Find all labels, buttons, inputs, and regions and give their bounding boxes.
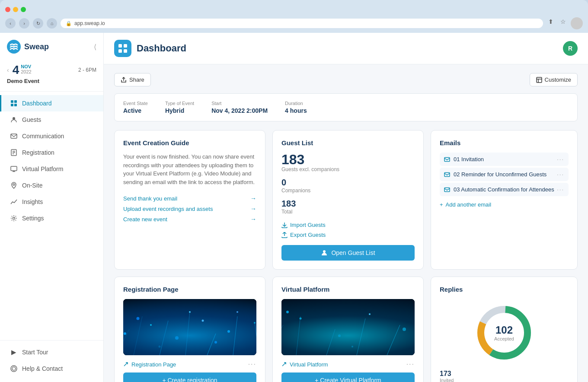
email-menu-button[interactable]: ··· [557, 156, 564, 162]
virtual-card-title: Virtual Platform [281, 286, 415, 293]
svg-point-31 [124, 332, 126, 335]
svg-rect-28 [444, 188, 450, 191]
guests-icon [10, 116, 18, 124]
home-button[interactable]: ⌂ [47, 18, 57, 29]
donut-chart: 102 Accepted [474, 302, 534, 363]
export-guests-link[interactable]: Export Guests [281, 232, 415, 238]
svg-point-17 [12, 367, 16, 370]
create-new-event-link[interactable]: Create new event → [123, 216, 256, 223]
registration-icon [10, 149, 18, 156]
refresh-button[interactable]: ↻ [33, 18, 43, 29]
sidebar-item-insights[interactable]: Insights [0, 194, 103, 210]
virtual-card-footer: Virtual Platform ··· [281, 360, 415, 368]
guest-list-title: Guest List [281, 139, 415, 146]
email-menu-button[interactable]: ··· [557, 171, 564, 178]
svg-point-39 [214, 341, 217, 344]
svg-point-43 [236, 311, 238, 313]
dashboard-grid-row2: Registration Page [114, 277, 578, 382]
emails-card: Emails 01 Invitation ··· [431, 130, 578, 270]
dashboard-icon [10, 99, 18, 107]
svg-point-42 [159, 346, 161, 348]
bookmark-icon[interactable]: ☆ [559, 17, 567, 26]
settings-icon [10, 214, 18, 222]
svg-rect-27 [444, 172, 450, 176]
event-info: ‹ 4 NOV 2022 2 - 6PM Demo Event [0, 60, 103, 92]
svg-point-57 [403, 328, 406, 331]
event-start-label: Start [211, 101, 268, 106]
nav-list: Dashboard Guests Communication Registrat… [0, 92, 103, 340]
total-count: 183 [281, 199, 415, 209]
emails-card-title: Emails [440, 139, 569, 146]
registration-menu-button[interactable]: ··· [248, 360, 256, 368]
create-virtual-platform-button[interactable]: + Create Virtual Platform [281, 372, 415, 382]
sidebar-item-communication[interactable]: Communication [0, 128, 103, 144]
open-guest-list-button[interactable]: Open Guest List [281, 245, 415, 261]
sidebar-item-label: Communication [22, 133, 64, 140]
import-guests-link[interactable]: Import Guests [281, 222, 415, 228]
svg-rect-22 [537, 77, 542, 83]
total-label: Total [281, 209, 415, 215]
svg-point-59 [286, 311, 289, 313]
replies-card-title: Replies [440, 286, 569, 293]
replies-card: Replies [431, 277, 578, 382]
sidebar-item-label: Virtual Platform [22, 166, 63, 172]
svg-rect-1 [11, 100, 13, 103]
registration-page-link[interactable]: Registration Page [123, 361, 176, 368]
sidebar-item-settings[interactable]: Settings [0, 210, 103, 226]
upload-recordings-link[interactable]: Upload event recordings and assets → [123, 205, 256, 212]
url-text: app.sweap.io [74, 20, 105, 26]
browser-dots [5, 4, 583, 16]
svg-rect-3 [11, 104, 13, 106]
sidebar-item-guests[interactable]: Guests [0, 111, 103, 128]
svg-point-33 [175, 336, 179, 340]
event-back-button[interactable]: ‹ [7, 67, 9, 73]
companions-count: 0 [281, 178, 415, 188]
companions-label: Companions [281, 188, 415, 194]
back-button[interactable]: ‹ [5, 18, 16, 29]
start-tour-button[interactable]: ▶ Start Tour [0, 344, 103, 360]
sidebar-item-dashboard[interactable]: Dashboard [0, 95, 103, 111]
play-icon: ▶ [10, 348, 18, 356]
guide-links: Send thank you email → Upload event reco… [123, 195, 256, 223]
send-thankyou-link[interactable]: Send thank you email → [123, 195, 256, 202]
maximize-dot[interactable] [21, 7, 26, 12]
arrow-icon: → [250, 205, 256, 212]
sidebar-item-registration[interactable]: Registration [0, 144, 103, 161]
email-item-3: 03 Automatic Confirmation for Attendees … [440, 183, 569, 196]
sidebar-item-on-site[interactable]: On-Site [0, 177, 103, 194]
donut-center-text: 102 Accepted [494, 324, 514, 341]
sidebar-item-label: Settings [22, 215, 44, 222]
close-dot[interactable] [5, 7, 10, 12]
share-button[interactable]: Share [114, 73, 151, 86]
registration-card-image [123, 299, 256, 355]
event-name: Demo Event [7, 78, 96, 84]
profile-icon[interactable] [571, 17, 583, 29]
svg-rect-2 [14, 100, 17, 103]
svg-rect-4 [14, 104, 17, 106]
virtual-platform-link[interactable]: Virtual Platform [281, 361, 328, 368]
help-button[interactable]: Help & Contact [0, 360, 103, 377]
event-type-value: Hybrid [165, 107, 194, 114]
event-day: 4 [13, 64, 19, 76]
event-state-label: Event State [123, 101, 148, 106]
guests-label: Guests excl. companions [281, 166, 415, 172]
svg-point-55 [338, 334, 341, 337]
virtual-menu-button[interactable]: ··· [406, 360, 415, 368]
customize-button[interactable]: Customize [530, 73, 578, 86]
add-email-button[interactable]: + Add another email [440, 201, 569, 208]
create-registration-button[interactable]: + Create registration [123, 372, 256, 382]
forward-button[interactable]: › [19, 18, 29, 29]
sidebar-logo: Sweap ⟨ [0, 40, 103, 60]
email-menu-button[interactable]: ··· [557, 186, 564, 193]
svg-point-35 [227, 330, 230, 333]
insights-icon [10, 198, 18, 206]
address-bar[interactable]: 🔒 app.sweap.io [61, 19, 543, 28]
share-icon[interactable]: ⬆ [546, 17, 555, 26]
start-tour-label: Start Tour [22, 349, 48, 356]
svg-point-15 [13, 217, 15, 220]
sidebar-item-virtual-platform[interactable]: Virtual Platform [0, 161, 103, 177]
sidebar-item-label: Insights [22, 198, 43, 205]
collapse-button[interactable]: ⟨ [94, 43, 96, 51]
svg-rect-6 [11, 134, 17, 138]
minimize-dot[interactable] [13, 7, 18, 12]
